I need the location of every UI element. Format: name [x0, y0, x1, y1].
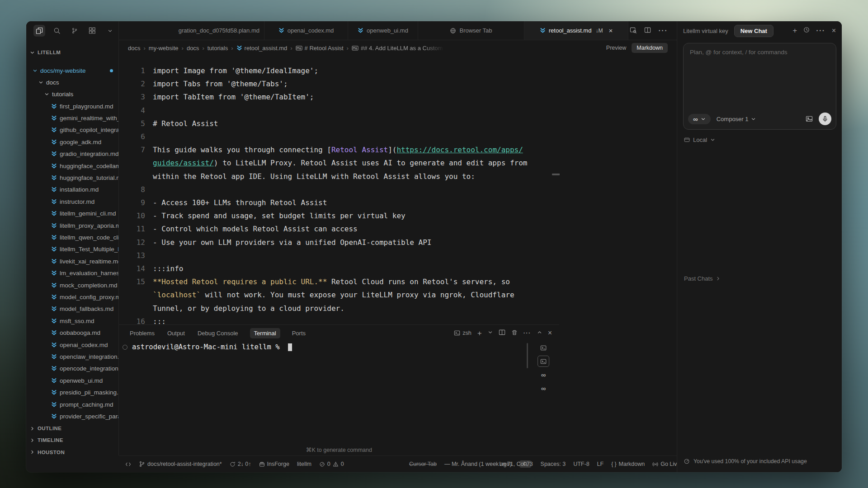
close-tab-icon[interactable]: ×	[609, 27, 613, 34]
file-openclaw_integration.md[interactable]: openclaw_integration.md	[26, 351, 118, 362]
attach-image-icon[interactable]	[806, 115, 813, 122]
file-openweb_ui.md[interactable]: openweb_ui.md	[26, 375, 118, 386]
file-openai_codex.md[interactable]: openai_codex.md	[26, 339, 118, 351]
file-huggingface_tutorial.md[interactable]: huggingface_tutorial.md	[26, 172, 118, 183]
file-installation.md[interactable]: installation.md	[26, 184, 118, 196]
close-panel[interactable]: ×	[832, 27, 836, 35]
panel-tab-debug-console[interactable]: Debug Console	[197, 328, 239, 338]
more-actions[interactable]: ···	[659, 27, 668, 35]
folder-docs[interactable]: docs	[26, 76, 118, 88]
status-problems[interactable]: 00	[319, 461, 344, 467]
file-litellm_qwen_code_cli.md[interactable]: litellm_qwen_code_cli.md	[26, 231, 118, 243]
terminal-instance[interactable]	[538, 356, 549, 367]
file-opencode_integration.md[interactable]: opencode_integration.md	[26, 363, 118, 375]
file-model_config_proxy.md[interactable]: model_config_proxy.md	[26, 291, 118, 303]
tab-openweb_ui.md[interactable]: openweb_ui.md	[348, 21, 418, 40]
environment-selector[interactable]: Local	[684, 136, 715, 143]
file-livekit_xai_realtime.md[interactable]: livekit_xai_realtime.md	[26, 255, 118, 267]
voice-input-button[interactable]	[819, 113, 831, 125]
breadcrumb-item[interactable]: ## 4. Add LiteLLM as a Custom Provider i…	[352, 45, 447, 52]
close-panel[interactable]: ×	[548, 329, 552, 337]
file-prompt_caching.md[interactable]: prompt_caching.md	[26, 399, 118, 410]
file-github_copilot_integrati...[interactable]: github_copilot_integrati...	[26, 124, 118, 136]
editor[interactable]: 1import Image from '@theme/IdealImage';2…	[119, 56, 677, 324]
shell-select[interactable]: zsh	[454, 330, 471, 336]
file-litellm_Test_Multiple_Pr...[interactable]: litellm_Test_Multiple_Pr...	[26, 244, 118, 255]
chat-composer[interactable]: Plan, @ for context, / for commands ∞ Co…	[683, 43, 836, 130]
tab-retool_assist.md[interactable]: retool_assist.md↓M×	[524, 21, 628, 40]
file-oobabooga.md[interactable]: oobabooga.md	[26, 327, 118, 339]
activity-explorer[interactable]	[33, 25, 45, 37]
terminal-content[interactable]: astrodevil@Astro-Mac-mini litellm %	[123, 343, 292, 351]
file-instructor.md[interactable]: instructor.md	[26, 196, 118, 207]
status-eol[interactable]: LF	[597, 461, 604, 467]
status-language-mode[interactable]: { }Markdown	[611, 461, 645, 467]
tab-gration_doc_d075fd58.plan.md[interactable]: gration_doc_d075fd58.plan.md	[119, 21, 264, 40]
split-terminal[interactable]	[499, 329, 505, 337]
file-litellm_proxy_aporia.md[interactable]: litellm_proxy_aporia.md	[26, 220, 118, 231]
tab-Browser Tab[interactable]: Browser Tab	[418, 21, 524, 40]
status-remote-indicator[interactable]	[125, 461, 131, 467]
status-git-sync[interactable]: 2↓ 0↑	[230, 461, 251, 467]
terminal-instance[interactable]	[538, 342, 549, 353]
panel-tab-problems[interactable]: Problems	[129, 328, 156, 338]
file-mock_completion.md[interactable]: mock_completion.md	[26, 279, 118, 291]
breadcrumb-item[interactable]: # Retool Assist	[296, 45, 344, 52]
agent-selector[interactable]: Composer 1	[717, 116, 756, 122]
more-chat-actions[interactable]: ···	[816, 27, 825, 35]
status-cursor-position[interactable]: Ln 71, Col 73	[499, 461, 533, 467]
markdown-mode-button[interactable]: Markdown	[632, 43, 668, 53]
tab-openai_codex.md[interactable]: openai_codex.md	[264, 21, 348, 40]
file-lm_evaluation_harness....[interactable]: lm_evaluation_harness....	[26, 267, 118, 279]
section-houston[interactable]: HOUSTON	[26, 446, 118, 455]
status-indentation[interactable]: Spaces: 3	[541, 461, 566, 467]
file-provider_specific_para...[interactable]: provider_specific_para...	[26, 410, 118, 422]
status-go-live[interactable]: Go Live	[652, 461, 680, 467]
previous-chat-tab[interactable]: Litellm virtual key	[683, 28, 728, 34]
more-terminal-actions[interactable]: ···	[524, 330, 531, 336]
activity-extensions[interactable]	[86, 25, 98, 37]
folder-docs/my-website[interactable]: docs/my-website	[26, 65, 118, 76]
file-model_fallbacks.md[interactable]: model_fallbacks.md	[26, 303, 118, 315]
status-insforge[interactable]: InsForge	[259, 461, 289, 467]
section-outline[interactable]: OUTLINE	[26, 422, 118, 434]
preview-button[interactable]: Preview	[606, 45, 626, 51]
breadcrumb-item[interactable]: docs	[187, 45, 199, 52]
status-cursor-tab[interactable]: Cursor Tab	[409, 461, 437, 467]
maximize-panel[interactable]	[537, 330, 542, 336]
activity-source-control[interactable]	[69, 25, 80, 37]
folder-tutorials[interactable]: tutorials	[26, 88, 118, 100]
new-chat-tab[interactable]: New Chat	[734, 25, 774, 37]
panel-tab-output[interactable]: Output	[166, 328, 186, 338]
split-editor[interactable]	[644, 27, 651, 35]
terminal-scrollbar[interactable]	[527, 343, 528, 368]
workspace-header[interactable]: LITELLM	[26, 47, 118, 58]
customize-layout[interactable]	[630, 27, 637, 35]
chat-history[interactable]	[803, 27, 810, 35]
status-encoding[interactable]: UTF-8	[573, 461, 589, 467]
panel-tab-terminal[interactable]: Terminal	[250, 328, 280, 338]
file-presidio_pii_masking.md[interactable]: presidio_pii_masking.md	[26, 387, 118, 399]
activity-search[interactable]	[51, 25, 63, 37]
breadcrumb-item[interactable]: docs	[128, 45, 140, 52]
section-timeline[interactable]: TIMELINE	[26, 434, 118, 446]
activity-more-views[interactable]	[104, 25, 116, 37]
agent-terminal-instance[interactable]: ∞	[538, 369, 549, 380]
past-chats[interactable]: Past Chats	[684, 275, 721, 282]
file-gradio_integration.md[interactable]: gradio_integration.md	[26, 148, 118, 160]
file-litellm_gemini_cli.md[interactable]: litellm_gemini_cli.md	[26, 208, 118, 220]
breadcrumb-item[interactable]: retool_assist.md	[236, 45, 288, 52]
kill-terminal[interactable]	[511, 329, 518, 337]
model-mode-selector[interactable]: ∞	[688, 114, 711, 124]
file-msft_sso.md[interactable]: msft_sso.md	[26, 315, 118, 327]
agent-terminal-instance[interactable]: ∞	[538, 383, 549, 394]
file-huggingface_codellama...[interactable]: huggingface_codellama...	[26, 160, 118, 172]
file-first_playground.md[interactable]: first_playground.md	[26, 100, 118, 112]
panel-tab-ports[interactable]: Ports	[291, 328, 307, 338]
file-gemini_realtime_with_a...[interactable]: gemini_realtime_with_a...	[26, 112, 118, 124]
status-litellm[interactable]: litellm	[297, 461, 311, 467]
status-git-branch[interactable]: docs/retool-assist-integration*	[139, 461, 222, 467]
breadcrumb-item[interactable]: tutorials	[208, 45, 228, 52]
new-terminal[interactable]: +	[477, 329, 482, 337]
file-google_adk.md[interactable]: google_adk.md	[26, 136, 118, 148]
